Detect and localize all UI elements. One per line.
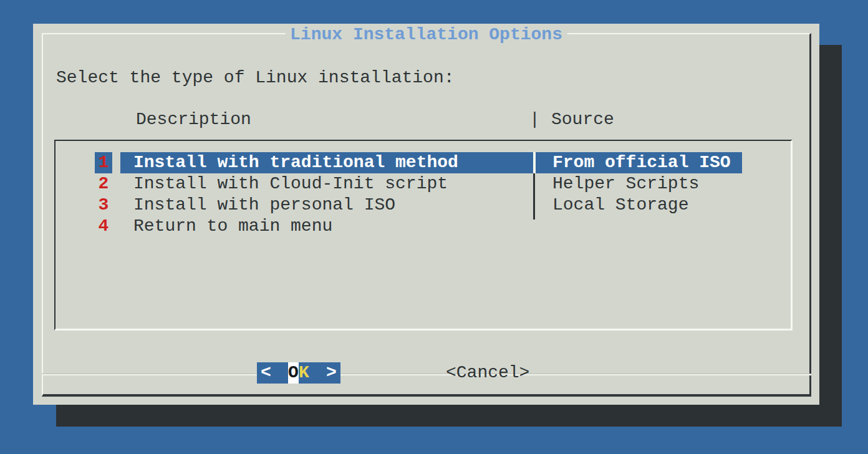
ok-right-bracket: >: [326, 362, 337, 384]
column-separator-line: [533, 173, 535, 220]
terminal-screen: Linux Installation Options Select the ty…: [0, 0, 868, 454]
column-headers: Description | Source: [33, 109, 819, 130]
cancel-button[interactable]: <Cancel>: [446, 362, 533, 384]
description-column-header: Description: [136, 109, 251, 130]
menu-item-description: Install with Cloud-Init script: [133, 173, 448, 195]
menu-item-traditional[interactable]: 1 Install with traditional method From o…: [55, 152, 791, 173]
column-separator-segment: [533, 152, 536, 173]
menu-item-source: Local Storage: [552, 195, 688, 216]
menu-item-source: Helper Scripts: [552, 173, 699, 195]
menu-item-cloud-init[interactable]: 2 Install with Cloud-Init script Helper …: [55, 173, 791, 195]
menu-listbox: 1 Install with traditional method From o…: [54, 140, 793, 331]
source-column-header: Source: [551, 109, 614, 130]
dialog-title: Linux Installation Options: [285, 26, 567, 44]
menu-item-source: From official ISO: [552, 152, 731, 173]
ok-hotkey-char: K: [299, 362, 309, 384]
menu-item-description: Install with personal ISO: [133, 195, 395, 216]
menu-item-return-main-menu[interactable]: 4 Return to main menu: [55, 216, 791, 237]
column-separator-glyph: |: [529, 109, 540, 130]
installation-options-dialog: Linux Installation Options Select the ty…: [33, 24, 819, 405]
menu-item-personal-iso[interactable]: 3 Install with personal ISO Local Storag…: [55, 195, 791, 216]
ok-left-bracket: <: [261, 362, 271, 384]
selection-highlight-bar: Install with traditional method From off…: [120, 152, 742, 173]
ok-button[interactable]: < O K >: [257, 362, 340, 384]
menu-item-tag: 4: [95, 216, 112, 237]
menu-item-tag: 3: [95, 195, 112, 216]
menu-item-description: Return to main menu: [133, 216, 332, 237]
ok-cursor-char: O: [288, 362, 299, 384]
dialog-buttons: < O K > <Cancel>: [33, 362, 819, 384]
menu-item-tag: 1: [95, 152, 112, 173]
menu-item-description: Install with traditional method: [133, 152, 458, 173]
menu-item-tag: 2: [95, 173, 112, 195]
prompt-text: Select the type of Linux installation:: [56, 67, 455, 89]
